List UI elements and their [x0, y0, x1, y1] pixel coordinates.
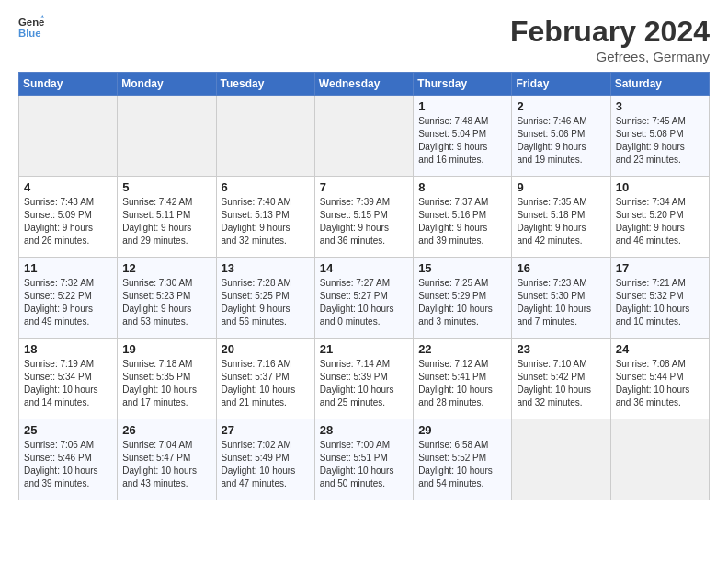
calendar-week-2: 4Sunrise: 7:43 AM Sunset: 5:09 PM Daylig… — [19, 177, 710, 258]
day-number: 23 — [517, 342, 605, 356]
day-info: Sunrise: 7:27 AM Sunset: 5:27 PM Dayligh… — [320, 277, 408, 328]
calendar-cell: 13Sunrise: 7:28 AM Sunset: 5:25 PM Dayli… — [216, 258, 314, 339]
day-info: Sunrise: 7:18 AM Sunset: 5:35 PM Dayligh… — [122, 358, 210, 409]
calendar-cell: 1Sunrise: 7:48 AM Sunset: 5:04 PM Daylig… — [414, 96, 512, 177]
day-number: 13 — [222, 261, 310, 275]
day-info: Sunrise: 7:40 AM Sunset: 5:13 PM Dayligh… — [222, 196, 310, 247]
day-info: Sunrise: 7:23 AM Sunset: 5:30 PM Dayligh… — [517, 277, 605, 328]
calendar-title: February 2024 — [510, 15, 710, 49]
day-info: Sunrise: 7:02 AM Sunset: 5:49 PM Dayligh… — [222, 439, 310, 490]
day-info: Sunrise: 7:37 AM Sunset: 5:16 PM Dayligh… — [418, 196, 506, 247]
day-info: Sunrise: 7:16 AM Sunset: 5:37 PM Dayligh… — [222, 358, 310, 409]
calendar-cell: 3Sunrise: 7:45 AM Sunset: 5:08 PM Daylig… — [610, 96, 709, 177]
day-number: 24 — [616, 342, 704, 356]
calendar-cell: 22Sunrise: 7:12 AM Sunset: 5:41 PM Dayli… — [414, 339, 512, 419]
day-info: Sunrise: 7:48 AM Sunset: 5:04 PM Dayligh… — [418, 115, 506, 167]
day-info: Sunrise: 7:39 AM Sunset: 5:15 PM Dayligh… — [320, 196, 408, 247]
calendar-cell: 19Sunrise: 7:18 AM Sunset: 5:35 PM Dayli… — [118, 339, 216, 419]
day-number: 25 — [24, 423, 112, 437]
day-info: Sunrise: 6:58 AM Sunset: 5:52 PM Dayligh… — [418, 439, 506, 490]
day-number: 17 — [616, 261, 704, 275]
day-number: 28 — [320, 423, 408, 437]
calendar-table: SundayMondayTuesdayWednesdayThursdayFrid… — [18, 72, 710, 500]
day-number: 15 — [418, 261, 506, 275]
calendar-cell: 4Sunrise: 7:43 AM Sunset: 5:09 PM Daylig… — [19, 177, 118, 258]
weekday-header-friday: Friday — [512, 73, 610, 96]
calendar-week-1: 1Sunrise: 7:48 AM Sunset: 5:04 PM Daylig… — [19, 96, 710, 177]
day-number: 6 — [222, 180, 310, 194]
weekday-header-tuesday: Tuesday — [216, 73, 314, 96]
calendar-cell: 11Sunrise: 7:32 AM Sunset: 5:22 PM Dayli… — [19, 258, 118, 339]
day-info: Sunrise: 7:30 AM Sunset: 5:23 PM Dayligh… — [122, 277, 210, 328]
weekday-header-row: SundayMondayTuesdayWednesdayThursdayFrid… — [19, 73, 710, 96]
calendar-week-4: 18Sunrise: 7:19 AM Sunset: 5:34 PM Dayli… — [19, 339, 710, 419]
weekday-header-sunday: Sunday — [19, 73, 118, 96]
weekday-header-saturday: Saturday — [610, 73, 709, 96]
title-block: February 2024 Gefrees, Germany — [510, 15, 710, 64]
day-number: 26 — [122, 423, 210, 437]
day-info: Sunrise: 7:19 AM Sunset: 5:34 PM Dayligh… — [24, 358, 112, 409]
calendar-cell — [314, 96, 413, 177]
calendar-cell: 23Sunrise: 7:10 AM Sunset: 5:42 PM Dayli… — [512, 339, 610, 419]
day-number: 5 — [122, 180, 210, 194]
calendar-cell: 20Sunrise: 7:16 AM Sunset: 5:37 PM Dayli… — [216, 339, 314, 419]
calendar-cell: 2Sunrise: 7:46 AM Sunset: 5:06 PM Daylig… — [512, 96, 610, 177]
svg-text:General: General — [18, 17, 44, 28]
calendar-cell: 16Sunrise: 7:23 AM Sunset: 5:30 PM Dayli… — [512, 258, 610, 339]
calendar-cell: 8Sunrise: 7:37 AM Sunset: 5:16 PM Daylig… — [414, 177, 512, 258]
weekday-header-monday: Monday — [118, 73, 216, 96]
day-number: 19 — [122, 342, 210, 356]
weekday-header-thursday: Thursday — [414, 73, 512, 96]
day-info: Sunrise: 7:12 AM Sunset: 5:41 PM Dayligh… — [418, 358, 506, 409]
day-number: 11 — [24, 261, 112, 275]
day-number: 22 — [418, 342, 506, 356]
day-number: 1 — [418, 99, 506, 113]
calendar-cell: 27Sunrise: 7:02 AM Sunset: 5:49 PM Dayli… — [216, 419, 314, 500]
day-number: 29 — [418, 423, 506, 437]
day-info: Sunrise: 7:46 AM Sunset: 5:06 PM Dayligh… — [517, 115, 605, 167]
calendar-cell: 10Sunrise: 7:34 AM Sunset: 5:20 PM Dayli… — [610, 177, 709, 258]
calendar-cell: 14Sunrise: 7:27 AM Sunset: 5:27 PM Dayli… — [314, 258, 413, 339]
day-number: 9 — [517, 180, 605, 194]
calendar-cell — [118, 96, 216, 177]
day-info: Sunrise: 7:08 AM Sunset: 5:44 PM Dayligh… — [616, 358, 704, 409]
day-info: Sunrise: 7:10 AM Sunset: 5:42 PM Dayligh… — [517, 358, 605, 409]
day-number: 21 — [320, 342, 408, 356]
calendar-cell: 26Sunrise: 7:04 AM Sunset: 5:47 PM Dayli… — [118, 419, 216, 500]
calendar-cell: 21Sunrise: 7:14 AM Sunset: 5:39 PM Dayli… — [314, 339, 413, 419]
day-number: 14 — [320, 261, 408, 275]
calendar-cell — [19, 96, 118, 177]
calendar-cell: 5Sunrise: 7:42 AM Sunset: 5:11 PM Daylig… — [118, 177, 216, 258]
day-number: 18 — [24, 342, 112, 356]
day-info: Sunrise: 7:42 AM Sunset: 5:11 PM Dayligh… — [122, 196, 210, 247]
calendar-cell: 9Sunrise: 7:35 AM Sunset: 5:18 PM Daylig… — [512, 177, 610, 258]
day-number: 7 — [320, 180, 408, 194]
page-header: General Blue February 2024 Gefrees, Germ… — [18, 15, 710, 64]
day-number: 10 — [616, 180, 704, 194]
logo: General Blue — [18, 15, 44, 40]
day-number: 4 — [24, 180, 112, 194]
day-number: 8 — [418, 180, 506, 194]
day-number: 12 — [122, 261, 210, 275]
calendar-cell: 18Sunrise: 7:19 AM Sunset: 5:34 PM Dayli… — [19, 339, 118, 419]
day-info: Sunrise: 7:32 AM Sunset: 5:22 PM Dayligh… — [24, 277, 112, 328]
day-info: Sunrise: 7:14 AM Sunset: 5:39 PM Dayligh… — [320, 358, 408, 409]
calendar-cell: 29Sunrise: 6:58 AM Sunset: 5:52 PM Dayli… — [414, 419, 512, 500]
day-number: 3 — [616, 99, 704, 113]
calendar-cell — [216, 96, 314, 177]
day-info: Sunrise: 7:35 AM Sunset: 5:18 PM Dayligh… — [517, 196, 605, 247]
calendar-cell: 15Sunrise: 7:25 AM Sunset: 5:29 PM Dayli… — [414, 258, 512, 339]
weekday-header-wednesday: Wednesday — [314, 73, 413, 96]
calendar-cell: 25Sunrise: 7:06 AM Sunset: 5:46 PM Dayli… — [19, 419, 118, 500]
calendar-cell: 24Sunrise: 7:08 AM Sunset: 5:44 PM Dayli… — [610, 339, 709, 419]
day-info: Sunrise: 7:34 AM Sunset: 5:20 PM Dayligh… — [616, 196, 704, 247]
day-info: Sunrise: 7:28 AM Sunset: 5:25 PM Dayligh… — [222, 277, 310, 328]
day-info: Sunrise: 7:43 AM Sunset: 5:09 PM Dayligh… — [24, 196, 112, 247]
calendar-cell: 17Sunrise: 7:21 AM Sunset: 5:32 PM Dayli… — [610, 258, 709, 339]
day-info: Sunrise: 7:21 AM Sunset: 5:32 PM Dayligh… — [616, 277, 704, 328]
day-number: 16 — [517, 261, 605, 275]
calendar-subtitle: Gefrees, Germany — [510, 49, 710, 64]
day-number: 27 — [222, 423, 310, 437]
calendar-cell — [512, 419, 610, 500]
day-info: Sunrise: 7:06 AM Sunset: 5:46 PM Dayligh… — [24, 439, 112, 490]
